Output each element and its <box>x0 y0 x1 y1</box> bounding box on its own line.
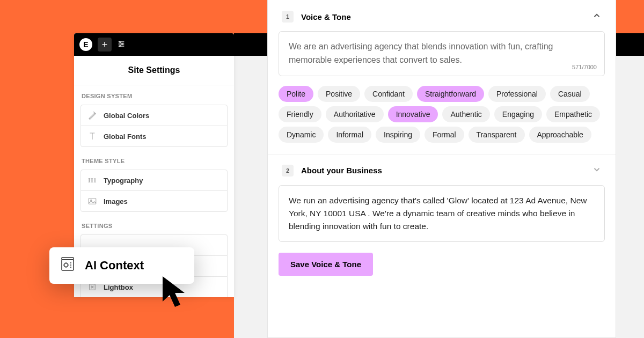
tone-tag[interactable]: Authentic <box>442 106 489 122</box>
about-title: About your Business <box>301 166 584 175</box>
text-icon <box>87 131 97 141</box>
menu-item-typography[interactable]: H1 Typography <box>81 170 227 190</box>
voice-tone-header[interactable]: 1 Voice & Tone <box>268 0 616 31</box>
tone-tag[interactable]: Friendly <box>279 106 321 122</box>
tone-tag[interactable]: Approachable <box>529 127 591 143</box>
about-description-text: We run an advertising agency that's call… <box>289 194 595 233</box>
panel-title: Site Settings <box>74 56 234 85</box>
about-header[interactable]: 2 About your Business <box>268 155 616 185</box>
add-element-button[interactable]: + <box>98 38 112 52</box>
menu-group-theme-style: H1 Typography Images <box>80 170 228 212</box>
menu-item-label: Global Colors <box>104 112 149 120</box>
section-label-design-system: DESIGN SYSTEM <box>74 85 234 105</box>
tone-tag[interactable]: Transparent <box>469 127 525 143</box>
sidebar-topbar: E + <box>74 33 234 56</box>
tone-tag[interactable]: Inspiring <box>376 127 420 143</box>
tone-tag[interactable]: Polite <box>279 86 313 102</box>
voice-tone-description-input[interactable]: We are an advertising agency that blends… <box>279 31 605 76</box>
tone-tag[interactable]: Engaging <box>494 106 542 122</box>
ai-context-label: AI Context <box>85 259 144 273</box>
cursor-icon <box>160 274 192 311</box>
tone-tag[interactable]: Formal <box>425 127 464 143</box>
svg-rect-13 <box>62 258 74 260</box>
menu-item-label: Typography <box>104 177 143 185</box>
menu-group-design-system: Global Colors Global Fonts <box>80 105 228 147</box>
step-badge-2: 2 <box>282 165 294 177</box>
voice-tone-description-text: We are an advertising agency that blends… <box>289 40 595 67</box>
menu-item-images[interactable]: Images <box>81 190 227 211</box>
main-panel: 1 Voice & Tone We are an advertising age… <box>267 0 616 338</box>
chevron-down-icon <box>592 165 602 177</box>
voice-tone-title: Voice & Tone <box>301 12 584 21</box>
tone-tag[interactable]: Professional <box>488 86 546 102</box>
image-icon <box>87 196 97 206</box>
elementor-logo[interactable]: E <box>79 38 92 51</box>
tone-tags: PolitePositiveConfidantStraightforwardPr… <box>268 76 616 155</box>
char-count: 571/7000 <box>572 64 597 70</box>
menu-item-label: Global Fonts <box>104 133 146 141</box>
save-button[interactable]: Save Voice & Tone <box>279 253 373 276</box>
tone-tag[interactable]: Authoritative <box>326 106 384 122</box>
about-description-input[interactable]: We run an advertising agency that's call… <box>279 185 605 242</box>
step-badge-1: 1 <box>282 11 294 23</box>
tone-tag[interactable]: Confidant <box>364 86 413 102</box>
menu-item-global-fonts[interactable]: Global Fonts <box>81 126 227 146</box>
svg-rect-6 <box>89 199 96 204</box>
svg-point-3 <box>120 41 121 42</box>
tone-tag[interactable]: Positive <box>318 86 360 102</box>
menu-item-label: Lightbox <box>104 283 133 291</box>
chevron-up-icon <box>592 11 602 23</box>
tone-tag[interactable]: Straightforward <box>417 86 484 102</box>
svg-point-5 <box>120 45 121 47</box>
ai-context-icon <box>59 256 76 275</box>
settings-icon[interactable] <box>117 40 126 50</box>
svg-point-14 <box>64 263 68 267</box>
tone-tag[interactable]: Innovative <box>388 106 438 122</box>
tone-tag[interactable]: Empathetic <box>546 106 600 122</box>
menu-item-global-colors[interactable]: Global Colors <box>81 105 227 126</box>
palette-icon <box>87 111 97 120</box>
svg-point-4 <box>122 43 123 45</box>
section-label-settings: SETTINGS <box>74 215 234 234</box>
menu-item-label: Images <box>104 197 128 205</box>
section-label-theme-style: THEME STYLE <box>74 150 234 170</box>
tone-tag[interactable]: Casual <box>550 86 590 102</box>
tone-tag[interactable]: Informal <box>328 127 371 143</box>
heading-icon: H1 <box>87 175 97 185</box>
tone-tag[interactable]: Dynamic <box>279 127 324 143</box>
